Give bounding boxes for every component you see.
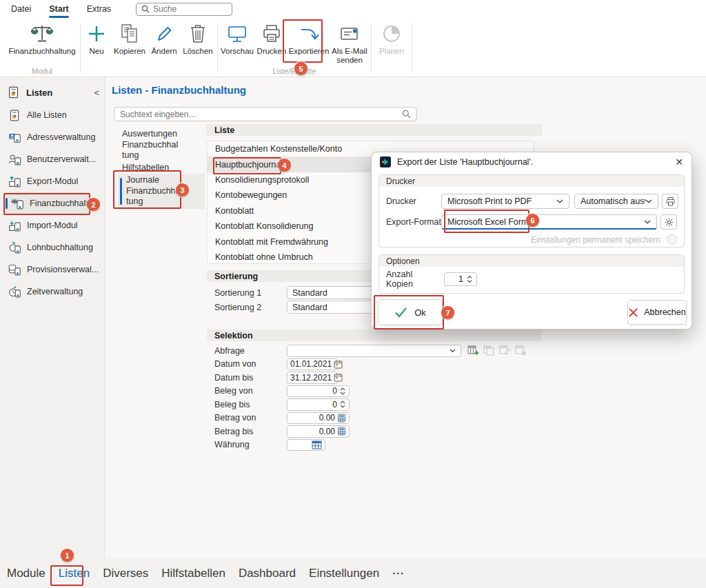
ribbon-group-edit: Neu Kopieren — [82, 18, 216, 77]
ribbon-separator — [371, 23, 372, 72]
export-format-row: Export-Format Microsoft Excel Format — [379, 214, 678, 230]
sidebar-item-alle-listen[interactable]: Alle Listen — [0, 104, 105, 126]
bottom-tab-hilfstabellen[interactable]: Hilfstabellen — [161, 567, 225, 580]
close-icon[interactable]: ✕ — [675, 156, 683, 168]
dialog-title: Export der Liste 'Hauptbuchjournal'. — [397, 157, 533, 167]
dialog-titlebar: Export der Liste 'Hauptbuchjournal'. ✕ — [372, 152, 692, 172]
page-title: Listen - Finanzbuchhaltung — [112, 84, 246, 96]
ribbon-separator — [80, 23, 81, 72]
menu-datei[interactable]: Datei — [10, 1, 32, 17]
monitor-icon — [226, 21, 248, 46]
bottom-tab-diverses[interactable]: Diverses — [103, 567, 148, 580]
selektion-form: Abfrage Da — [207, 345, 527, 452]
export-doc-icon — [8, 175, 21, 188]
export-format-dropdown[interactable]: Microsoft Excel Format — [441, 214, 657, 230]
sidebar-item-export-modul[interactable]: Export-Modul — [0, 170, 105, 192]
sidebar-item-benutzerverwaltung[interactable]: Benutzerverwalt... — [0, 148, 105, 170]
loeschen-button[interactable]: Löschen — [180, 18, 216, 77]
spinner-icon[interactable] — [466, 274, 473, 284]
tray-dropdown[interactable]: Automatisch auswähl... — [574, 194, 658, 209]
abfrage-row: Abfrage — [207, 345, 527, 357]
save-settings-row: Einstellungen permanent speichern — [379, 234, 677, 245]
pencil-icon — [154, 21, 174, 46]
spinner-icon[interactable] — [339, 387, 346, 396]
sidebar-item-adressverwaltung[interactable]: Adressverwaltung — [0, 126, 105, 148]
address-icon — [8, 131, 21, 144]
datum-von-input[interactable]: 01.01.2021 — [287, 358, 338, 371]
envelope-icon — [339, 21, 361, 46]
abfrage-dropdown[interactable] — [287, 345, 461, 357]
liste-section-header: Liste — [207, 124, 542, 136]
spinner-icon[interactable] — [339, 400, 346, 409]
time-icon — [8, 285, 21, 298]
bottom-tab-dashboard[interactable]: Dashboard — [239, 567, 296, 580]
menu-start[interactable]: Start — [48, 1, 70, 17]
export-arrow-icon — [297, 21, 321, 46]
sidebar-item-import-modul[interactable]: Import-Modul — [0, 214, 105, 236]
sidebar-item-finanzbuchhaltung[interactable]: Finanzbuchhaltu... — [4, 192, 91, 214]
ribbon-separator — [217, 23, 218, 72]
betrag-bis-row: Betrag bis 0.00 — [207, 425, 527, 438]
sidebar-item-lohnbuchhaltung[interactable]: Lohnbuchhaltung — [0, 236, 105, 258]
menubar: Datei Start Extras — [0, 0, 706, 18]
list-search-box[interactable] — [114, 107, 417, 121]
gear-icon[interactable] — [660, 214, 677, 230]
chevron-down-icon — [644, 220, 651, 224]
bottombar: Module Listen Diverses Hilfstabellen Das… — [0, 558, 706, 588]
calculator-icon[interactable] — [337, 427, 346, 436]
kopieren-button[interactable]: Kopieren — [111, 18, 148, 77]
table-lookup-icon[interactable] — [312, 440, 322, 449]
drucker-group-header: Drucker — [379, 175, 684, 187]
printer-icon — [261, 21, 282, 46]
anzahl-kopien-stepper[interactable]: 1 — [444, 272, 477, 286]
bottom-tab-module[interactable]: Module — [7, 567, 46, 580]
list-search-input[interactable] — [120, 110, 402, 119]
category-journale[interactable]: Journale Finanzbuchhal tung — [118, 174, 205, 209]
drucker-row: Drucker Microsoft Print to PDF Automatis… — [379, 194, 678, 209]
aendern-button[interactable]: Ändern — [148, 18, 180, 77]
ribbon-group-planen: Planen — [373, 18, 410, 77]
category-auswertungen[interactable]: Auswertungen Finanzbuchhal tung — [118, 128, 205, 163]
waehrung-input[interactable] — [287, 439, 325, 452]
datum-von-row: Datum von 01.01.2021 — [207, 358, 527, 371]
category-hilfstabellen[interactable]: Hilfstabellen — [118, 161, 205, 175]
sidebar: Listen < Alle Listen Adressverwaltung Be… — [0, 77, 105, 558]
bottom-tab-listen[interactable]: Listen — [59, 567, 90, 580]
collapse-chevron-icon[interactable]: < — [94, 88, 99, 98]
beleg-von-stepper[interactable]: 0 — [287, 385, 350, 398]
beleg-bis-stepper[interactable]: 0 — [287, 398, 350, 411]
ribbon-search-input[interactable] — [153, 4, 260, 14]
calendar-icon[interactable] — [334, 373, 343, 382]
abfrage-add-icon[interactable] — [467, 345, 480, 356]
betrag-bis-input[interactable]: 0.00 — [287, 425, 350, 438]
datum-bis-input[interactable]: 31.12.2021 — [287, 372, 338, 384]
abfrage-delete-icon[interactable] — [514, 345, 527, 356]
bottom-tab-more[interactable]: ··· — [392, 567, 405, 579]
ribbon-search-box[interactable] — [136, 3, 232, 16]
commission-icon — [8, 263, 21, 276]
ribbon: Finanzbuchhaltung Modul Neu — [0, 18, 706, 77]
bottom-tab-einstellungen[interactable]: Einstellungen — [309, 567, 379, 580]
abfrage-edit-icon[interactable] — [498, 345, 512, 356]
ok-button[interactable]: Ok — [378, 299, 443, 325]
payroll-icon — [8, 241, 21, 254]
ribbon-group-modul: Finanzbuchhaltung Modul — [6, 18, 79, 77]
check-icon — [394, 307, 407, 318]
calculator-icon[interactable] — [337, 414, 346, 423]
menu-extras[interactable]: Extras — [85, 1, 112, 17]
betrag-von-input[interactable]: 0.00 — [287, 412, 350, 425]
abbrechen-button[interactable]: Abbrechen — [627, 300, 687, 325]
neu-button[interactable]: Neu — [82, 18, 111, 77]
pie-icon — [381, 21, 403, 46]
printer-dropdown[interactable]: Microsoft Print to PDF — [441, 194, 569, 209]
app-logo-icon — [380, 156, 391, 168]
planen-button[interactable]: Planen — [373, 18, 410, 77]
sidebar-item-provisionsverwaltung[interactable]: Provisionsverwal... — [0, 258, 105, 281]
sidebar-item-zeitverwaltung[interactable]: Zeitverwaltung — [0, 281, 105, 303]
printer-settings-button[interactable] — [662, 194, 678, 209]
sidebar-header-listen[interactable]: Listen < — [7, 84, 99, 101]
calendar-icon[interactable] — [334, 360, 343, 369]
plus-icon — [86, 21, 107, 46]
abfrage-copy-icon[interactable] — [483, 345, 496, 356]
save-settings-checkbox[interactable] — [667, 234, 677, 245]
